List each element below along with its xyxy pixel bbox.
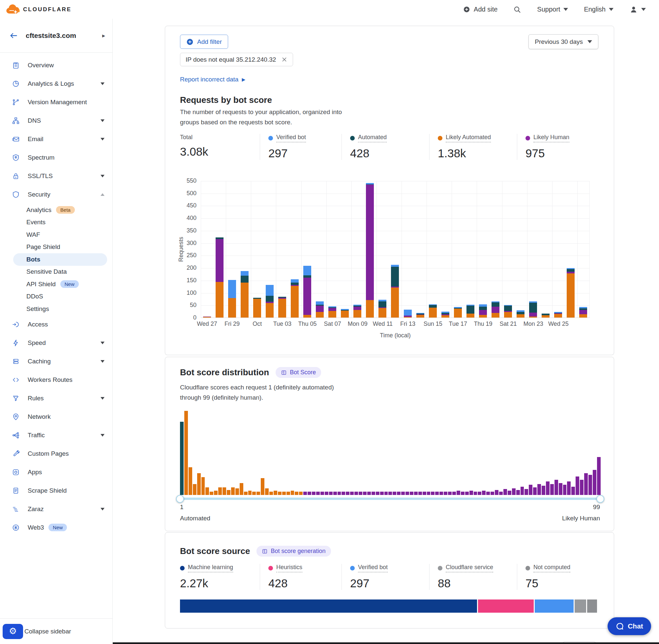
sidebar-item-email[interactable]: Email	[0, 130, 112, 148]
hist-bar-score-23[interactable]	[274, 491, 277, 495]
slider-handle-min[interactable]	[176, 495, 184, 503]
hist-bar-score-59[interactable]	[427, 492, 430, 495]
source-segment-not-computed[interactable]	[587, 599, 597, 613]
chevron-right-icon[interactable]: ▸	[102, 32, 105, 39]
hist-bar-score-52[interactable]	[397, 492, 401, 495]
sidebar-item-analytics-logs[interactable]: Analytics & Logs	[0, 74, 112, 93]
sidebar-item-rules[interactable]: Rules	[0, 389, 112, 408]
hist-bar-score-56[interactable]	[414, 492, 418, 495]
hist-bar-score-89[interactable]	[555, 480, 558, 495]
hist-bar-score-77[interactable]	[503, 489, 507, 495]
hist-bar-score-79[interactable]	[512, 488, 516, 495]
hist-bar-score-64[interactable]	[448, 492, 452, 495]
hist-bar-score-47[interactable]	[376, 492, 379, 495]
search-button[interactable]	[513, 6, 521, 14]
bar-mon-02[interactable]	[266, 285, 274, 318]
hist-bar-score-49[interactable]	[384, 492, 388, 495]
preferences-button[interactable]: ⚙	[3, 624, 23, 639]
score-range-slider[interactable]	[180, 498, 600, 500]
bar-wed-04[interactable]	[291, 279, 299, 318]
hist-bar-score-17[interactable]	[248, 491, 252, 495]
sidebar-item-apps[interactable]: Apps	[0, 463, 112, 481]
hist-bar-score-42[interactable]	[354, 492, 358, 495]
stat-label[interactable]: Not computed	[534, 564, 570, 572]
chat-button[interactable]: Chat	[608, 617, 651, 635]
hist-bar-score-24[interactable]	[278, 492, 282, 495]
bar-sat-30[interactable]	[241, 271, 249, 318]
hist-bar-score-76[interactable]	[499, 492, 503, 495]
hist-bar-score-90[interactable]	[559, 483, 562, 495]
hist-bar-score-96[interactable]	[584, 473, 588, 495]
bar-sun-08[interactable]	[341, 309, 349, 318]
hist-bar-score-65[interactable]	[452, 492, 456, 495]
hist-bar-score-39[interactable]	[342, 492, 345, 495]
bar-sat-07[interactable]	[328, 306, 336, 318]
hist-bar-score-33[interactable]	[316, 492, 320, 495]
hist-bar-score-13[interactable]	[231, 487, 235, 495]
bot-score-docs-badge[interactable]: Bot Score	[276, 367, 321, 378]
hist-bar-score-98[interactable]	[593, 470, 596, 495]
hist-bar-score-10[interactable]	[218, 487, 222, 495]
slider-handle-max[interactable]	[596, 495, 604, 503]
hist-bar-score-84[interactable]	[533, 487, 537, 495]
add-filter-button[interactable]: Add filter	[180, 34, 228, 49]
bar-thu-12[interactable]	[391, 265, 399, 318]
account-menu[interactable]	[629, 5, 646, 14]
bar-sat-14[interactable]	[416, 313, 424, 318]
bar-wed-25[interactable]	[554, 312, 562, 318]
hist-bar-score-16[interactable]	[244, 492, 248, 495]
sidebar-item-security[interactable]: Security	[0, 185, 112, 204]
hist-bar-score-4[interactable]	[193, 484, 196, 495]
hist-bar-score-38[interactable]	[337, 492, 341, 495]
sidebar-item-caching[interactable]: Caching	[0, 352, 112, 371]
bot-score-generation-badge[interactable]: Bot score generation	[257, 546, 331, 557]
hist-bar-score-95[interactable]	[580, 480, 584, 495]
hist-bar-score-66[interactable]	[456, 491, 460, 495]
hist-bar-score-11[interactable]	[222, 487, 226, 495]
sidebar-item-web3[interactable]: Web3New	[0, 519, 112, 537]
bar-fri-20[interactable]	[492, 301, 499, 318]
hist-bar-score-87[interactable]	[546, 481, 549, 495]
hist-bar-score-21[interactable]	[265, 488, 269, 495]
close-icon[interactable]	[281, 56, 287, 63]
bar-sun-15[interactable]	[429, 304, 437, 318]
sidebar-item-spectrum[interactable]: Spectrum	[0, 148, 112, 167]
hist-bar-score-53[interactable]	[401, 492, 405, 495]
sidebar-item-overview[interactable]: Overview	[0, 56, 112, 74]
hist-bar-score-27[interactable]	[291, 491, 295, 495]
sidebar-item-network[interactable]: Network	[0, 408, 112, 426]
bar-thu-05[interactable]	[303, 266, 311, 318]
bar-thu-26[interactable]	[567, 268, 574, 318]
bar-mon-09[interactable]	[353, 305, 361, 318]
hist-bar-score-30[interactable]	[303, 492, 307, 495]
hist-bar-score-99[interactable]	[597, 457, 601, 495]
hist-bar-score-18[interactable]	[252, 492, 256, 495]
hist-bar-score-50[interactable]	[389, 492, 392, 495]
bar-fri-06[interactable]	[316, 301, 324, 318]
sidebar-item-analytics[interactable]: AnalyticsBeta	[0, 204, 112, 216]
sidebar-item-zaraz[interactable]: Zaraz	[0, 500, 112, 519]
bar-wed-27[interactable]	[203, 317, 211, 318]
sidebar-item-dns[interactable]: DNS	[0, 112, 112, 130]
hist-bar-score-55[interactable]	[410, 492, 414, 495]
stat-label[interactable]: Verified bot	[358, 564, 388, 572]
hist-bar-score-75[interactable]	[495, 490, 498, 495]
source-segment-verified-bot[interactable]	[535, 599, 573, 613]
hist-bar-score-15[interactable]	[240, 483, 243, 495]
hist-bar-score-91[interactable]	[563, 485, 567, 495]
hist-bar-score-92[interactable]	[567, 481, 571, 495]
hist-bar-score-83[interactable]	[529, 485, 533, 495]
sidebar-item-scrape-shield[interactable]: Scrape Shield	[0, 481, 112, 500]
hist-bar-score-3[interactable]	[189, 467, 192, 495]
hist-bar-score-20[interactable]	[261, 478, 264, 495]
collapse-sidebar-button[interactable]: Collapse sidebar	[24, 628, 71, 635]
stat-label[interactable]: Heuristics	[276, 564, 302, 572]
hist-bar-score-22[interactable]	[269, 492, 273, 495]
bar-sat-21[interactable]	[504, 305, 512, 318]
hist-bar-score-94[interactable]	[575, 477, 579, 495]
sidebar-item-sensitive-data[interactable]: Sensitive Data	[0, 266, 112, 278]
hist-bar-score-63[interactable]	[444, 492, 447, 495]
hist-bar-score-2[interactable]	[184, 411, 188, 495]
sidebar-item-traffic[interactable]: Traffic	[0, 426, 112, 444]
hist-bar-score-71[interactable]	[478, 492, 481, 495]
